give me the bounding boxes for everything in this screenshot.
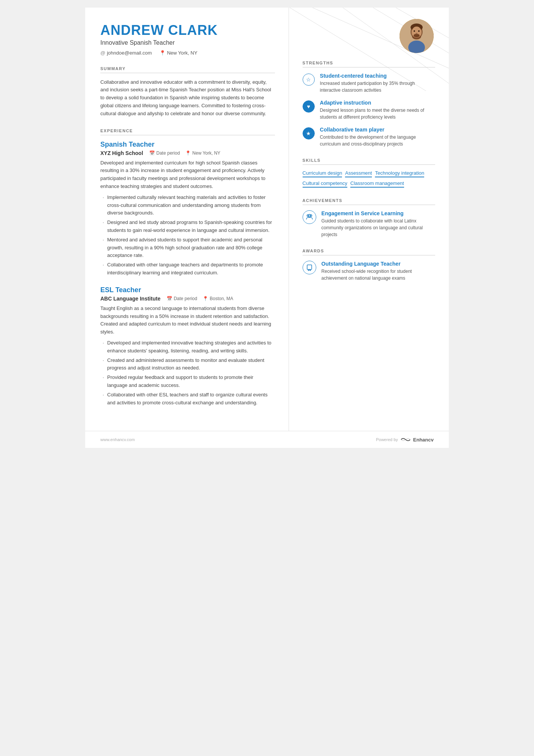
award-title-1: Outstanding Language Teacher xyxy=(322,261,435,267)
powered-by-text: Powered by xyxy=(376,437,398,442)
skill-tag-4: Cultural competency xyxy=(303,180,348,188)
skill-tag-2: Assessment xyxy=(345,170,372,177)
skill-tag-3: Technology integration xyxy=(375,170,424,177)
job-location-text-1: New York, NY xyxy=(192,150,220,156)
job-block-1: Spanish Teacher XYZ High School 📅 Date p… xyxy=(100,141,275,277)
summary-section: SUMMARY Collaborative and innovative edu… xyxy=(100,66,275,118)
job-date-text-1: Date period xyxy=(156,150,180,156)
job-meta-info-1: 📅 Date period 📍 New York, NY xyxy=(149,150,220,156)
job-meta-info-2: 📅 Date period 📍 Boston, MA xyxy=(167,296,233,301)
achievements-section: ACHIEVEMENTS Engagement in Service Learn… xyxy=(303,198,435,238)
svg-point-11 xyxy=(414,30,415,32)
strength-content-2: Adaptive instruction Designed lesson pla… xyxy=(320,100,435,121)
location-contact: 📍 New York, NY xyxy=(159,50,197,56)
location-value: New York, NY xyxy=(167,50,197,56)
award-content-1: Outstanding Language Teacher Received sc… xyxy=(322,261,435,282)
left-column: ANDREW CLARK Innovative Spanish Teacher … xyxy=(85,8,289,431)
awards-title: AWARDS xyxy=(303,249,435,255)
footer-powered: Powered by Enhancv xyxy=(376,437,434,443)
achievement-title-1: Engagement in Service Learning xyxy=(322,210,435,216)
job-meta-2: ABC Language Institute 📅 Date period 📍 B… xyxy=(100,296,275,302)
strength-title-1: Student-centered teaching xyxy=(320,73,435,79)
enhancv-logo-icon xyxy=(400,437,411,443)
experience-section: EXPERIENCE Spanish Teacher XYZ High Scho… xyxy=(100,128,275,407)
job-title-1: Spanish Teacher xyxy=(100,141,275,149)
experience-title: EXPERIENCE xyxy=(100,128,275,135)
summary-title: SUMMARY xyxy=(100,66,275,73)
awards-section: AWARDS Outstanding Language Teacher Rece… xyxy=(303,249,435,282)
strength-title-3: Collaborative team player xyxy=(320,127,435,133)
email-icon: @ xyxy=(100,50,105,56)
header: ANDREW CLARK Innovative Spanish Teacher … xyxy=(100,23,275,56)
job-date-1: 📅 Date period xyxy=(149,150,180,156)
strength-icon-1: ☆ xyxy=(303,74,315,86)
skill-tags-container: Curriculum design Assessment Technology … xyxy=(303,170,435,188)
job-desc-2: Taught English as a second language to i… xyxy=(100,305,275,336)
skill-tag-1: Curriculum design xyxy=(303,170,342,177)
footer: www.enhancv.com Powered by Enhancv xyxy=(85,431,449,448)
svg-rect-18 xyxy=(307,265,312,269)
achievement-content-1: Engagement in Service Learning Guided st… xyxy=(322,210,435,238)
achievement-desc-1: Guided students to collaborate with loca… xyxy=(322,218,435,238)
svg-point-14 xyxy=(414,34,420,38)
resume-page: ANDREW CLARK Innovative Spanish Teacher … xyxy=(85,8,449,448)
content-wrapper: ANDREW CLARK Innovative Spanish Teacher … xyxy=(85,8,449,431)
calendar-icon-2: 📅 xyxy=(167,296,172,301)
strengths-section: STRENGTHS ☆ Student-centered teaching In… xyxy=(303,61,435,147)
strength-icon-3: ★ xyxy=(303,127,315,139)
award-icon-1 xyxy=(303,261,316,274)
job-loc-2: 📍 Boston, MA xyxy=(203,296,233,301)
job-date-text-2: Date period xyxy=(174,296,197,301)
job-bullets-1: Implemented culturally relevant teaching… xyxy=(100,194,275,277)
brand-name: Enhancv xyxy=(413,437,434,443)
bullet-2-1: Developed and implemented innovative tea… xyxy=(102,339,275,355)
candidate-name: ANDREW CLARK xyxy=(100,23,275,38)
bullet-1-2: Designed and led study abroad programs t… xyxy=(102,219,275,235)
award-item-1: Outstanding Language Teacher Received sc… xyxy=(303,261,435,282)
strength-item-2: ♥ Adaptive instruction Designed lesson p… xyxy=(303,100,435,121)
skill-tag-5: Classroom management xyxy=(350,180,404,188)
strength-content-3: Collaborative team player Contributed to… xyxy=(320,127,435,147)
strength-title-2: Adaptive instruction xyxy=(320,100,435,106)
job-bullets-2: Developed and implemented innovative tea… xyxy=(100,339,275,407)
contact-info: @ johndoe@email.com 📍 New York, NY xyxy=(100,50,275,56)
achievements-title: ACHIEVEMENTS xyxy=(303,198,435,205)
job-meta-1: XYZ High School 📅 Date period 📍 New York… xyxy=(100,150,275,156)
location-icon: 📍 xyxy=(159,50,166,56)
job-desc-1: Developed and implemented curriculum for… xyxy=(100,159,275,191)
candidate-title: Innovative Spanish Teacher xyxy=(100,39,275,46)
bullet-2-3: Provided regular feedback and support to… xyxy=(102,374,275,390)
right-column: STRENGTHS ☆ Student-centered teaching In… xyxy=(289,8,449,431)
job-title-2: ESL Teacher xyxy=(100,286,275,294)
strength-desc-3: Contributed to the development of the la… xyxy=(320,134,435,147)
location-icon-2: 📍 xyxy=(203,296,208,301)
skills-section: SKILLS Curriculum design Assessment Tech… xyxy=(303,158,435,188)
bullet-2-2: Created and administered assessments to … xyxy=(102,357,275,373)
company-2: ABC Language Institute xyxy=(100,296,161,302)
company-1: XYZ High School xyxy=(100,150,143,156)
bullet-1-4: Collaborated with other language teacher… xyxy=(102,261,275,277)
calendar-icon-1: 📅 xyxy=(149,150,155,156)
skills-title: SKILLS xyxy=(303,158,435,165)
strength-content-1: Student-centered teaching Increased stud… xyxy=(320,73,435,94)
location-icon-1: 📍 xyxy=(185,150,191,156)
footer-website: www.enhancv.com xyxy=(100,437,135,442)
strength-item-1: ☆ Student-centered teaching Increased st… xyxy=(303,73,435,94)
job-block-2: ESL Teacher ABC Language Institute 📅 Dat… xyxy=(100,286,275,407)
job-date-2: 📅 Date period xyxy=(167,296,197,301)
avatar xyxy=(400,19,434,53)
achievement-icon-1 xyxy=(303,210,316,224)
email-value: johndoe@email.com xyxy=(107,50,152,56)
svg-point-12 xyxy=(418,30,420,32)
strength-item-3: ★ Collaborative team player Contributed … xyxy=(303,127,435,147)
strength-desc-2: Designed lesson plans to meet the divers… xyxy=(320,107,435,121)
strength-desc-1: Increased student participation by 35% t… xyxy=(320,80,435,94)
award-desc-1: Received school-wide recognition for stu… xyxy=(322,268,435,282)
summary-text: Collaborative and innovative educator wi… xyxy=(100,78,275,118)
job-loc-1: 📍 New York, NY xyxy=(185,150,220,156)
strength-icon-2: ♥ xyxy=(303,100,315,113)
achievement-item-1: Engagement in Service Learning Guided st… xyxy=(303,210,435,238)
bullet-2-4: Collaborated with other ESL teachers and… xyxy=(102,391,275,407)
bullet-1-3: Mentored and advised students to support… xyxy=(102,236,275,260)
job-location-text-2: Boston, MA xyxy=(210,296,233,301)
